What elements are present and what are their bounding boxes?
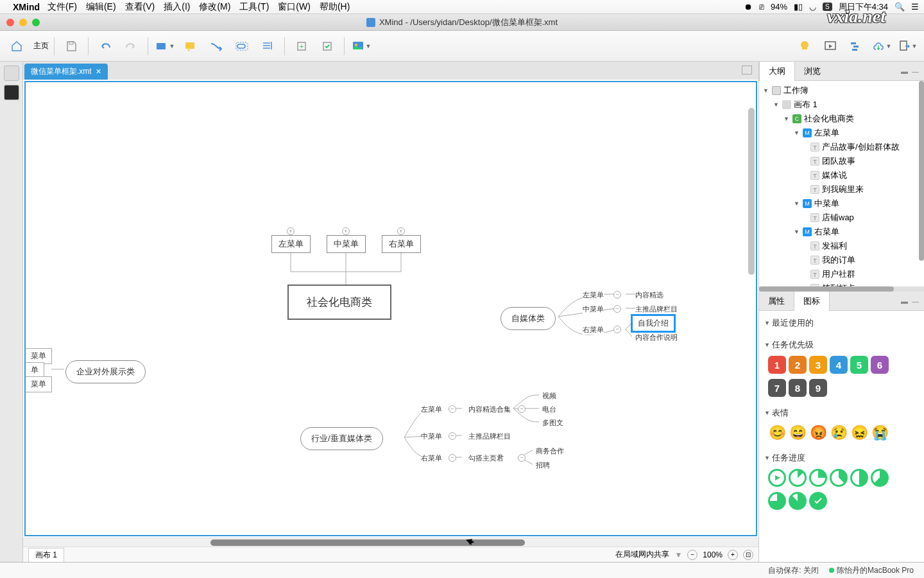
priority-5[interactable]: 5 [850, 356, 868, 374]
expand-handle[interactable]: + [397, 227, 405, 235]
node-sm-right[interactable]: 右菜单 [583, 325, 604, 335]
node-right-menu[interactable]: 右菜单 [382, 235, 421, 253]
minimize-button[interactable] [19, 19, 27, 26]
node-vertical[interactable]: 行业/垂直媒体类 [300, 427, 383, 450]
menu-edit[interactable]: 编辑(E) [86, 1, 116, 13]
collapse-handle[interactable]: − [518, 405, 526, 413]
emoji-mad[interactable]: 😖 [850, 424, 868, 442]
priority-6[interactable]: 6 [871, 356, 889, 374]
emoji-sob[interactable]: 😭 [871, 424, 889, 442]
emoji-cry[interactable]: 😢 [830, 424, 848, 442]
node-video[interactable]: 视频 [542, 391, 556, 401]
tree-item[interactable]: T发福利 [760, 239, 923, 253]
tree-item[interactable]: T我的订单 [760, 253, 923, 267]
horizontal-scrollbar[interactable]: ➤ [23, 538, 758, 547]
gantt-button[interactable] [844, 35, 868, 58]
progress-75[interactable] [768, 492, 786, 510]
progress-50[interactable] [850, 469, 868, 487]
node-stub[interactable]: 菜单 [26, 376, 52, 392]
topic-button[interactable]: ▼ [153, 35, 176, 58]
tab-properties[interactable]: 属性 [759, 292, 794, 311]
priority-7[interactable]: 7 [768, 379, 786, 397]
node-v-left[interactable]: 左菜单 [421, 405, 442, 414]
close-button[interactable] [6, 19, 14, 26]
home-button[interactable] [5, 35, 28, 58]
section-progress[interactable]: ▼任务进度 [763, 450, 920, 466]
summary-button[interactable] [256, 35, 279, 58]
tree-central[interactable]: ▼C社会化电商类 [760, 112, 923, 126]
node-radio[interactable]: 电台 [542, 405, 556, 414]
screen-icon[interactable]: ⎚ [759, 2, 764, 12]
tab-icons[interactable]: 图标 [794, 291, 830, 311]
battery-icon[interactable]: ▮▯ [794, 2, 803, 12]
expand-handle[interactable]: + [342, 227, 350, 235]
emoji-laugh[interactable]: 😄 [789, 424, 807, 442]
panel-toggle-button[interactable] [742, 66, 752, 74]
emoji-smile[interactable]: 😊 [768, 424, 786, 442]
sheet-tab[interactable]: 画布 1 [28, 548, 64, 562]
collapse-handle[interactable]: − [518, 454, 526, 462]
zoom-fit-button[interactable]: ⊡ [743, 550, 753, 560]
node-brand-column[interactable]: 主推品牌栏目 [635, 304, 678, 314]
zoom-button[interactable] [32, 19, 40, 26]
priority-2[interactable]: 2 [789, 356, 807, 374]
zoom-in-button[interactable]: + [728, 550, 738, 560]
menu-file[interactable]: 文件(F) [47, 1, 77, 13]
redo-button[interactable] [119, 35, 142, 58]
node-enterprise[interactable]: 企业对外展示类 [65, 360, 146, 383]
priority-4[interactable]: 4 [830, 356, 848, 374]
menu-insert[interactable]: 插入(I) [164, 1, 190, 13]
save-button[interactable] [60, 35, 83, 58]
progress-37[interactable] [830, 469, 848, 487]
tree-item[interactable]: T用户社群 [760, 267, 923, 281]
section-priority[interactable]: ▼任务优先级 [763, 337, 920, 353]
node-left-menu[interactable]: 左菜单 [271, 235, 311, 253]
progress-25[interactable] [809, 469, 827, 487]
node-mid-menu[interactable]: 中菜单 [327, 235, 366, 253]
expand-handle[interactable]: + [287, 227, 295, 235]
tree-item[interactable]: T到我碗里来 [760, 182, 923, 197]
panel-min-icon[interactable]: — [912, 67, 919, 75]
panel-menu-icon[interactable]: ▬ [901, 297, 908, 305]
priority-8[interactable]: 8 [789, 379, 807, 397]
filter-icon[interactable]: ▼ [674, 550, 682, 559]
collapse-handle[interactable]: − [613, 326, 621, 333]
presentation-button[interactable] [819, 35, 842, 58]
tree-item[interactable]: T签到打卡 [760, 281, 923, 286]
progress-87[interactable] [789, 492, 807, 510]
node-multi-img[interactable]: 多图文 [542, 418, 563, 428]
mini-outline-button[interactable] [4, 66, 19, 81]
progress-0[interactable] [768, 469, 786, 487]
menu-tools[interactable]: 工具(T) [239, 1, 269, 13]
node-sm-mid[interactable]: 中菜单 [583, 304, 604, 314]
outline-hscroll[interactable] [759, 286, 924, 292]
tab-outline[interactable]: 大纲 [759, 61, 795, 82]
marker-button[interactable]: + [290, 35, 313, 58]
mini-map-button[interactable] [4, 85, 19, 100]
sogou-icon[interactable]: S [823, 3, 832, 11]
node-central[interactable]: 社会化电商类 [287, 285, 391, 320]
node-self-intro-selected[interactable]: 自我介绍 [631, 315, 675, 332]
node-contact[interactable]: 勾搭主页君 [468, 453, 504, 463]
menu-view[interactable]: 查看(V) [125, 1, 155, 13]
image-button[interactable]: ▼ [350, 35, 373, 58]
vertical-scrollbar[interactable] [747, 101, 756, 509]
menu-modify[interactable]: 修改(M) [199, 1, 230, 13]
progress-100[interactable] [809, 492, 827, 510]
collapse-handle[interactable]: − [449, 454, 456, 462]
menu-window[interactable]: 窗口(W) [278, 1, 311, 13]
zoom-out-button[interactable]: − [687, 550, 697, 560]
share-button[interactable]: ▼ [870, 35, 893, 58]
section-emotion[interactable]: ▼表情 [763, 405, 920, 421]
panel-min-icon[interactable]: — [912, 297, 919, 305]
tab-browse[interactable]: 浏览 [795, 62, 830, 81]
node-hiring[interactable]: 招聘 [536, 460, 550, 470]
boundary-button[interactable] [230, 35, 253, 58]
tree-sheet[interactable]: ▼画布 1 [760, 98, 923, 112]
priority-1[interactable]: 1 [768, 356, 786, 374]
relationship-button[interactable] [205, 35, 228, 58]
node-brand-col[interactable]: 主推品牌栏目 [468, 432, 511, 441]
tree-left-menu[interactable]: ▼M左菜单 [760, 126, 923, 140]
app-name[interactable]: XMind [13, 2, 40, 12]
task-button[interactable] [316, 35, 339, 58]
